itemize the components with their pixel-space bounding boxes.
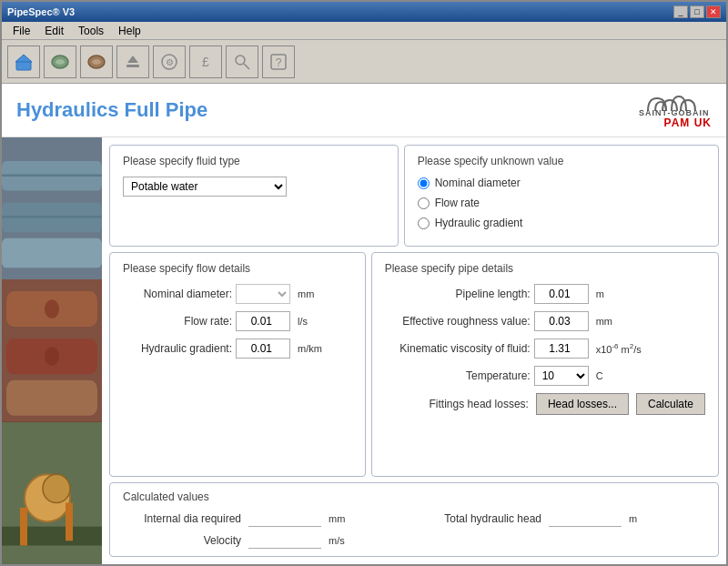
sidebar-image-top (2, 137, 102, 279)
radio-nominal-diameter-input[interactable] (418, 177, 430, 189)
roughness-unit: mm (596, 316, 612, 327)
window-title: PipeSpec® V3 (7, 6, 75, 17)
unknown-value-panel: Please specify unknown value Nominal dia… (404, 145, 719, 247)
menu-help[interactable]: Help (111, 23, 148, 39)
calc-empty (423, 532, 705, 549)
brand-logo-area: SAINT-GOBAIN (639, 91, 712, 116)
fittings-row: Fittings head losses: Head losses... Cal… (385, 393, 705, 415)
app-header: Hydraulics Full Pipe SAINT-GOBAIN PAM UK (2, 84, 726, 137)
menu-tools[interactable]: Tools (71, 23, 111, 39)
pipe-image-bot (2, 422, 102, 564)
calculated-values-panel: Calculated values Internal dia required … (109, 482, 719, 557)
pipeline-length-input[interactable] (534, 284, 589, 304)
velocity-value (248, 532, 321, 549)
flow-rate-unit: l/s (298, 316, 308, 327)
temperature-row: Temperature: 10 15 20 C (385, 366, 705, 386)
temperature-select[interactable]: 10 15 20 (534, 366, 589, 386)
toolbar-help[interactable]: ? (262, 45, 295, 78)
flow-rate-row: Flow rate: l/s (123, 311, 352, 331)
total-hydraulic-unit: m (629, 513, 637, 524)
svg-rect-31 (2, 526, 102, 545)
toolbar: ⚙ £ ? (2, 40, 726, 84)
toolbar-upload[interactable]: ⚙ (153, 45, 186, 78)
bottom-panels-row: Please specify flow details Nominal diam… (109, 252, 719, 477)
toolbar-pipe2[interactable] (80, 45, 113, 78)
internal-dia-label: Internal dia required (123, 512, 241, 525)
svg-text:SAINT-GOBAIN: SAINT-GOBAIN (639, 108, 710, 116)
svg-rect-33 (66, 502, 73, 541)
viscosity-row: Kinematic viscosity of fluid: x10-6 m2/s (385, 339, 705, 359)
fluid-type-row: Potable water Seawater Wastewater (123, 177, 385, 197)
svg-point-30 (43, 474, 70, 502)
svg-text:⚙: ⚙ (166, 57, 174, 67)
sidebar-image-bot (2, 422, 102, 564)
title-bar: PipeSpec® V3 _ □ ✕ (2, 2, 726, 22)
pipeline-length-row: Pipeline length: m (385, 284, 705, 304)
hydraulic-gradient-row: Hydraulic gradient: m/km (123, 339, 352, 359)
svg-marker-7 (127, 56, 138, 63)
svg-point-3 (56, 59, 65, 65)
svg-marker-1 (15, 55, 32, 62)
temperature-unit: C (596, 370, 603, 381)
minimize-button[interactable]: _ (673, 5, 688, 18)
internal-dia-unit: mm (329, 513, 345, 524)
menu-file[interactable]: File (5, 23, 37, 39)
pipe-image-top (2, 137, 102, 279)
toolbar-home[interactable] (7, 45, 40, 78)
flow-details-panel: Please specify flow details Nominal diam… (109, 252, 366, 477)
brand-area: SAINT-GOBAIN PAM UK (639, 91, 712, 129)
radio-hydraulic-gradient-input[interactable] (418, 217, 430, 229)
fluid-type-select[interactable]: Potable water Seawater Wastewater (123, 177, 287, 197)
roughness-label: Effective roughness value: (385, 315, 531, 328)
fittings-label: Fittings head losses: (430, 398, 529, 410)
close-button[interactable]: ✕ (706, 5, 721, 18)
roughness-input[interactable] (534, 311, 589, 331)
nominal-diameter-select[interactable] (236, 284, 290, 304)
calculate-button[interactable]: Calculate (636, 393, 705, 415)
radio-hydraulic-gradient-label: Hydraulic gradient (435, 217, 523, 229)
svg-line-12 (244, 64, 249, 69)
page-title: Hydraulics Full Pipe (16, 98, 207, 122)
total-hydraulic-label: Total hydraulic head (423, 512, 541, 525)
nominal-diameter-label: Nominal diameter: (123, 288, 232, 300)
svg-point-11 (236, 56, 245, 65)
calc-internal-dia: Internal dia required mm (123, 510, 405, 527)
viscosity-input[interactable] (534, 339, 589, 359)
hydraulic-gradient-unit: m/km (298, 343, 322, 354)
fluid-type-panel: Please specify fluid type Potable water … (109, 145, 399, 247)
toolbar-download[interactable] (116, 45, 149, 78)
hydraulic-gradient-input[interactable] (236, 339, 290, 359)
maximize-button[interactable]: □ (690, 5, 704, 18)
main-window: PipeSpec® V3 _ □ ✕ File Edit Tools Help … (0, 0, 728, 566)
radio-hydraulic-gradient: Hydraulic gradient (418, 217, 705, 229)
calc-row-1: Internal dia required mm Total hydraulic… (123, 510, 705, 527)
radio-flow-rate: Flow rate (418, 197, 705, 209)
pipeline-length-label: Pipeline length: (385, 288, 531, 300)
flow-rate-input[interactable] (236, 311, 290, 331)
svg-point-26 (45, 299, 59, 318)
calc-row-2: Velocity m/s (123, 532, 705, 549)
head-losses-button[interactable]: Head losses... (536, 393, 629, 415)
viscosity-unit: x10-6 m2/s (596, 342, 642, 355)
pipeline-length-unit: m (596, 288, 604, 299)
fluid-panel-title: Please specify fluid type (123, 155, 385, 167)
unknown-panel-title: Please specify unknown value (418, 155, 705, 167)
toolbar-search[interactable] (226, 45, 258, 78)
radio-nominal-diameter: Nominal diameter (418, 177, 705, 189)
flow-rate-label: Flow rate: (123, 315, 232, 328)
toolbar-currency[interactable]: £ (189, 45, 222, 78)
svg-rect-32 (20, 507, 27, 545)
menu-edit[interactable]: Edit (37, 23, 71, 39)
svg-rect-6 (126, 65, 139, 67)
radio-flow-rate-input[interactable] (418, 197, 430, 209)
toolbar-pipe1[interactable] (44, 45, 76, 78)
temperature-label: Temperature: (385, 369, 531, 382)
velocity-label: Velocity (123, 534, 241, 547)
sidebar-image-mid (2, 279, 102, 421)
svg-text:?: ? (276, 56, 282, 69)
svg-rect-25 (6, 380, 97, 416)
svg-rect-19 (2, 238, 102, 268)
sidebar-images (2, 137, 102, 564)
panels-area: Please specify fluid type Potable water … (102, 137, 726, 564)
main-content: Hydraulics Full Pipe SAINT-GOBAIN PAM UK (2, 84, 726, 564)
